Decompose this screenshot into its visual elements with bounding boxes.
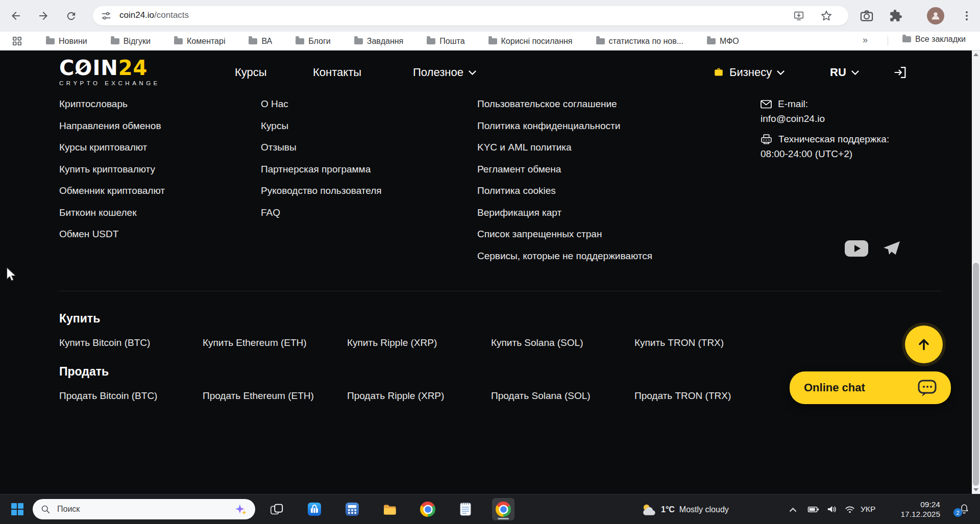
footer-link[interactable]: Политика cookies [477,184,652,197]
notification-center[interactable]: 2 [959,503,970,515]
bookmark-star-icon[interactable] [821,10,832,21]
apps-grid-icon[interactable] [12,36,22,46]
bookmark-label: Коментарі [187,37,225,46]
chrome-button[interactable] [416,498,439,520]
telegram-icon[interactable] [883,240,901,257]
volume-icon [826,504,837,514]
weather-widget[interactable]: 1°C Mostly cloudy [641,494,729,524]
buy-link-btc[interactable]: Купить Bitcoin (BTC) [59,337,150,348]
nav-rates[interactable]: Курсы [235,51,267,94]
bookmark-folder[interactable]: ВА [249,37,272,46]
youtube-icon[interactable] [845,240,868,257]
bookmark-label: Новини [59,37,87,46]
footer-link[interactable]: Партнерская программа [261,163,382,176]
start-button[interactable] [6,498,29,520]
bookmark-folder[interactable]: МФО [707,37,739,46]
login-icon[interactable] [893,65,908,80]
install-icon[interactable] [793,10,804,21]
footer-link[interactable]: Криптословарь [59,97,165,111]
site-info-icon[interactable] [101,11,111,21]
footer-link[interactable]: Руководство пользователя [261,184,382,197]
buy-link-eth[interactable]: Купить Ethereum (ETH) [203,337,307,348]
footer-link[interactable]: Обменник криптовалют [59,184,165,197]
camera-icon[interactable] [860,9,874,23]
all-bookmarks-button[interactable]: Все закладки [902,35,966,44]
nav-useful[interactable]: Полезное [413,51,476,94]
language-selector[interactable]: RU [830,51,859,94]
bookmark-folder[interactable]: Блоги [296,37,331,46]
file-explorer-button[interactable] [379,498,401,520]
scrollbar-down-arrow[interactable] [973,488,978,491]
taskbar-search[interactable]: Поиск [33,499,255,519]
back-button[interactable] [7,7,24,24]
page-scrollbar[interactable] [972,51,980,494]
windows-logo-icon [11,503,24,516]
site-logo[interactable]: COIN24 CRYPTO EXCHANGE [59,58,160,86]
bookmark-folder[interactable]: Коментарі [174,37,225,46]
bookmark-folder[interactable]: Корисні посилання [488,37,573,46]
footer-link[interactable]: Пользовательское соглашение [477,97,652,111]
logo-text: COIN24 [59,58,160,78]
bookmark-folder[interactable]: Пошта [427,37,464,46]
language-indicator[interactable]: УКР [861,505,875,514]
buy-heading: Купить [59,312,100,326]
footer-link[interactable]: Направления обменов [59,119,165,133]
bookmark-folder[interactable]: статистика по нов... [596,37,684,46]
footer-link[interactable]: О Нас [261,97,382,111]
store-button[interactable] [303,498,326,520]
footer-link[interactable]: Биткоин кошелек [59,206,165,219]
bookmark-folder[interactable]: Новини [46,37,87,46]
footer-link[interactable]: Политика конфиденциальности [477,119,652,133]
sell-link-trx[interactable]: Продать TRON (TRX) [634,390,731,402]
buy-link-trx[interactable]: Купить TRON (TRX) [634,337,724,348]
footer-link[interactable]: Курсы криптовалют [59,141,165,154]
bookmark-folder[interactable]: Відгуки [111,37,151,46]
scrollbar-up-arrow[interactable] [973,53,978,56]
notepad-button[interactable] [454,498,477,520]
buy-link-xrp[interactable]: Купить Ripple (XRP) [347,337,437,348]
footer-link[interactable]: Сервисы, которые не поддерживаются [477,249,652,263]
calculator-button[interactable] [341,498,363,520]
url-text[interactable]: coin24.io/contacts [119,10,189,20]
address-bar[interactable]: coin24.io/contacts [93,6,848,26]
online-chat-widget[interactable]: Online chat [790,371,951,404]
bookmark-folder[interactable]: Завдання [354,37,403,46]
menu-dots-icon[interactable] [961,10,973,22]
sell-link-btc[interactable]: Продать Bitcoin (BTC) [59,390,157,402]
sell-link-sol[interactable]: Продать Solana (SOL) [491,390,591,402]
forward-button[interactable] [35,7,52,24]
copilot-sparkle-icon[interactable] [234,503,247,516]
footer-link[interactable]: Список запрещенных стран [477,228,652,241]
tray-status-icons[interactable] [807,504,855,514]
footer-link[interactable]: KYC и AML политика [477,141,652,154]
chrome-active-button[interactable] [492,498,514,520]
footer-link[interactable]: Регламент обмена [477,163,652,176]
profile-avatar[interactable] [927,7,944,24]
search-placeholder: Поиск [57,505,80,514]
email-address[interactable]: info@coin24.io [761,113,889,124]
hidden-icons-chevron[interactable] [789,508,797,512]
footer-link[interactable]: Верификация карт [477,206,652,219]
task-view-icon [270,502,284,516]
buy-link-sol[interactable]: Купить Solana (SOL) [491,337,583,348]
nav-contacts[interactable]: Контакты [313,51,361,94]
footer-link[interactable]: Отзывы [261,141,382,154]
business-label: Бизнесу [729,66,772,79]
bookmarks-overflow-chevron[interactable]: » [863,35,868,45]
footer-link[interactable]: Курсы [261,119,382,133]
footer-link[interactable]: FAQ [261,206,382,219]
person-icon [930,10,941,21]
footer-link[interactable]: Купить криптовалюту [59,163,165,176]
nav-label: Полезное [413,66,463,79]
sell-link-xrp[interactable]: Продать Ripple (XRP) [347,390,444,402]
reload-button[interactable] [62,7,80,24]
scrollbar-thumb[interactable] [973,263,979,486]
extensions-icon[interactable] [889,9,902,22]
sell-link-eth[interactable]: Продать Ethereum (ETH) [203,390,314,402]
business-menu[interactable]: Бизнесу [713,51,785,94]
task-view-button[interactable] [265,498,288,520]
footer-link[interactable]: Обмен USDT [59,228,165,241]
scroll-to-top-button[interactable] [905,326,943,363]
taskbar-clock[interactable]: 09:24 17.12.2025 [900,500,940,519]
url-path: /contacts [154,10,189,20]
